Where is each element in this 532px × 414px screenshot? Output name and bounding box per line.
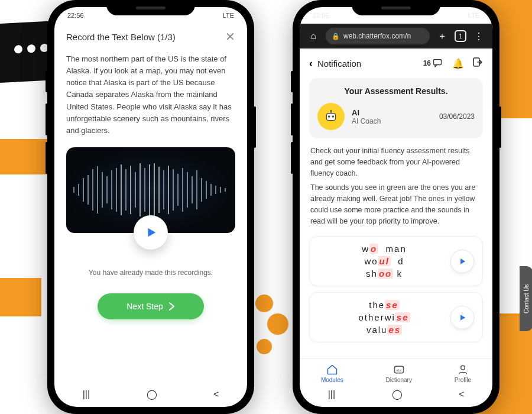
url-bar[interactable]: 🔒 web.chatterfox.com/n: [326, 28, 430, 44]
waveform-icon: [68, 163, 233, 216]
back-icon[interactable]: ‹: [309, 57, 313, 70]
tab-profile[interactable]: Profile: [455, 364, 471, 383]
bell-icon[interactable]: 🔔: [452, 58, 464, 69]
page-title: Notification: [317, 59, 361, 69]
phone-notch: [106, 0, 195, 15]
play-icon: [144, 226, 157, 239]
next-step-button[interactable]: Next Step: [98, 293, 204, 319]
nav-recent-icon[interactable]: |||: [328, 390, 335, 399]
ai-avatar: [317, 103, 345, 130]
message-count[interactable]: 16: [423, 59, 444, 67]
assessment-card: Your Assessment Results. AI AI Coach 03/…: [309, 78, 483, 138]
android-nav: ||| ◯ <: [300, 386, 492, 403]
record-title: Record the Text Below (1/3): [66, 32, 176, 42]
status-network: LTE: [223, 12, 234, 19]
svg-point-42: [461, 366, 465, 370]
profile-icon: [457, 364, 469, 376]
play-audio-button[interactable]: [450, 250, 474, 273]
home-icon: [326, 364, 338, 376]
feedback-para: Check out your initial fluency assessmen…: [310, 145, 482, 179]
word-list: wo man woul d shoo k: [318, 242, 450, 280]
chat-icon: [433, 59, 444, 67]
accent-circle: [267, 313, 288, 335]
bg-accent-left-low: [0, 278, 41, 316]
reading-passage: The most northern part of the US is the …: [66, 53, 235, 137]
lock-icon: 🔒: [332, 33, 340, 40]
assessment-heading: Your Assessment Results.: [317, 86, 475, 96]
feedback-text: Check out your initial fluency assessmen…: [300, 145, 492, 230]
tab-count-icon[interactable]: 1: [455, 30, 466, 42]
close-icon[interactable]: ✕: [225, 30, 235, 44]
robot-icon: [323, 109, 339, 124]
phone-notch: [352, 0, 440, 15]
svg-point-36: [328, 115, 330, 117]
nav-back-icon[interactable]: <: [459, 390, 464, 399]
page-header: ‹ Notification 16 🔔: [300, 48, 492, 76]
nav-back-icon[interactable]: <: [213, 390, 219, 399]
phone-mockup-left: 22:56 LTE Record the Text Below (1/3) ✕ …: [47, 0, 254, 414]
status-time: 22:56: [313, 12, 329, 19]
word-list: these otherwise values: [318, 299, 450, 336]
new-tab-icon[interactable]: ＋: [436, 30, 449, 43]
url-text: web.chatterfox.com/n: [343, 32, 411, 40]
svg-point-37: [332, 115, 334, 117]
browser-home-icon[interactable]: ⌂: [307, 31, 320, 41]
dictionary-icon: abc: [393, 364, 405, 376]
next-step-label: Next Step: [126, 302, 163, 311]
status-time: 22:56: [67, 12, 84, 19]
word-practice-card: wo man woul d shoo k: [309, 236, 483, 286]
status-network: LTE: [468, 12, 479, 19]
nav-home-icon[interactable]: ◯: [392, 390, 403, 399]
browser-menu-icon[interactable]: ⋮: [472, 31, 485, 42]
feedback-para: The sounds you see in green are the ones…: [310, 182, 482, 227]
tab-modules[interactable]: Modules: [321, 364, 343, 383]
logout-icon[interactable]: [472, 57, 483, 70]
ai-name: AI: [352, 108, 432, 117]
svg-rect-35: [326, 114, 335, 121]
accent-circle: [257, 339, 272, 354]
play-icon: [458, 313, 466, 322]
nav-recent-icon[interactable]: |||: [83, 390, 90, 399]
ai-role: AI Coach: [352, 117, 432, 125]
already-recorded-msg: You have already made this recordings.: [66, 269, 235, 277]
chevron-right-icon: [169, 302, 175, 310]
svg-point-39: [330, 110, 332, 112]
android-nav: ||| ◯ <: [54, 386, 247, 403]
assessment-date: 03/06/2023: [439, 112, 475, 121]
phone-mockup-right: 22:56 LTE ⌂ 🔒 web.chatterfox.com/n ＋ 1 ⋮…: [293, 0, 499, 414]
svg-rect-33: [434, 60, 442, 65]
nav-home-icon[interactable]: ◯: [147, 390, 157, 399]
accent-circle: [255, 295, 273, 312]
play-audio-button[interactable]: [450, 306, 474, 329]
contact-us-tab[interactable]: Contact Us: [520, 266, 532, 331]
svg-text:abc: abc: [396, 368, 401, 372]
tab-dictionary[interactable]: abc Dictionary: [385, 364, 411, 383]
browser-toolbar: ⌂ 🔒 web.chatterfox.com/n ＋ 1 ⋮: [300, 24, 492, 48]
word-practice-card: these otherwise values: [309, 292, 483, 342]
play-icon: [458, 257, 466, 266]
play-button[interactable]: [134, 215, 168, 250]
